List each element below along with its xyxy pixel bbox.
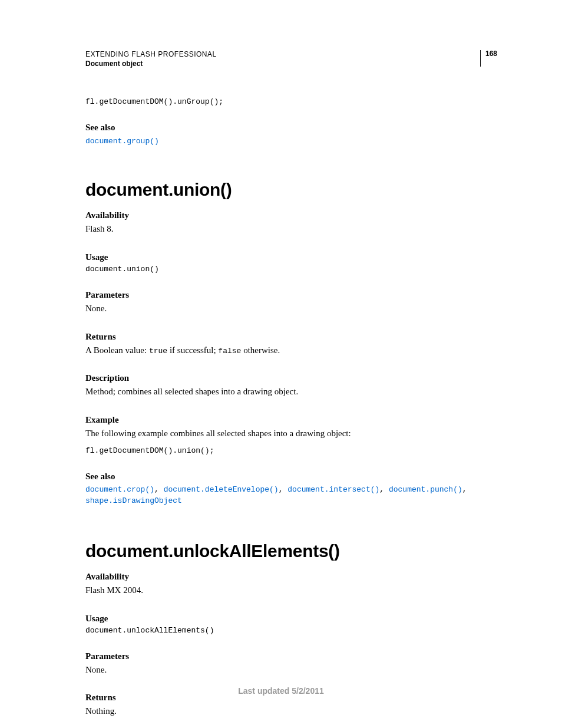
parameters-value: None. (85, 302, 497, 315)
parameters-label-2: Parameters (85, 651, 497, 661)
description-label: Description (85, 373, 497, 383)
availability-value-2: Flash MX 2004. (85, 584, 497, 597)
example-label: Example (85, 415, 497, 425)
example-text: The following example combines all selec… (85, 427, 497, 440)
usage-label-2: Usage (85, 614, 497, 624)
availability-value: Flash 8. (85, 223, 497, 236)
header-left-block: EXTENDING FLASH PROFESSIONAL Document ob… (85, 50, 217, 68)
link-document-group[interactable]: document.group() (85, 137, 159, 146)
availability-label: Availability (85, 210, 497, 220)
returns-value-2: Nothing. (85, 705, 497, 718)
see-also-link-row: document.group() (85, 135, 497, 146)
see-also-label-2: See also (85, 472, 497, 482)
returns-mid: if successful; (167, 345, 218, 355)
usage-label: Usage (85, 252, 497, 262)
link-document-deleteenvelope[interactable]: document.deleteEnvelope() (164, 485, 279, 494)
example-code: fl.getDocumentDOM().union(); (85, 446, 497, 455)
returns-label: Returns (85, 332, 497, 342)
availability-label-2: Availability (85, 572, 497, 582)
see-also-label: See also (85, 123, 497, 133)
see-also-links-row: document.crop(), document.deleteEnvelope… (85, 484, 497, 507)
doc-header-subtitle: Document object (85, 60, 217, 68)
link-shape-isdrawingobject[interactable]: shape.isDrawingObject (85, 496, 182, 505)
link-document-intersect[interactable]: document.intersect() (287, 485, 379, 494)
usage-code: document.union() (85, 265, 497, 274)
returns-value: A Boolean value: true if successful; fal… (85, 344, 497, 357)
link-document-punch[interactable]: document.punch() (389, 485, 462, 494)
doc-header-title: EXTENDING FLASH PROFESSIONAL (85, 50, 217, 58)
page-number: 168 (480, 50, 497, 67)
heading-document-unlockallelements: document.unlockAllElements() (85, 541, 497, 561)
parameters-value-2: None. (85, 664, 497, 677)
page-container: EXTENDING FLASH PROFESSIONAL Document ob… (0, 0, 562, 728)
footer-last-updated: Last updated 5/2/2011 (0, 686, 562, 696)
link-document-crop[interactable]: document.crop() (85, 485, 154, 494)
returns-suffix: otherwise. (241, 345, 280, 355)
returns-prefix: A Boolean value: (85, 345, 149, 355)
returns-true: true (149, 347, 167, 355)
heading-document-union: document.union() (85, 180, 497, 200)
description-value: Method; combines all selected shapes int… (85, 386, 497, 398)
usage-code-2: document.unlockAllElements() (85, 626, 497, 635)
code-sample-top: fl.getDocumentDOM().unGroup(); (85, 97, 497, 106)
returns-false: false (218, 347, 241, 355)
parameters-label: Parameters (85, 290, 497, 300)
header-row: EXTENDING FLASH PROFESSIONAL Document ob… (85, 50, 497, 68)
